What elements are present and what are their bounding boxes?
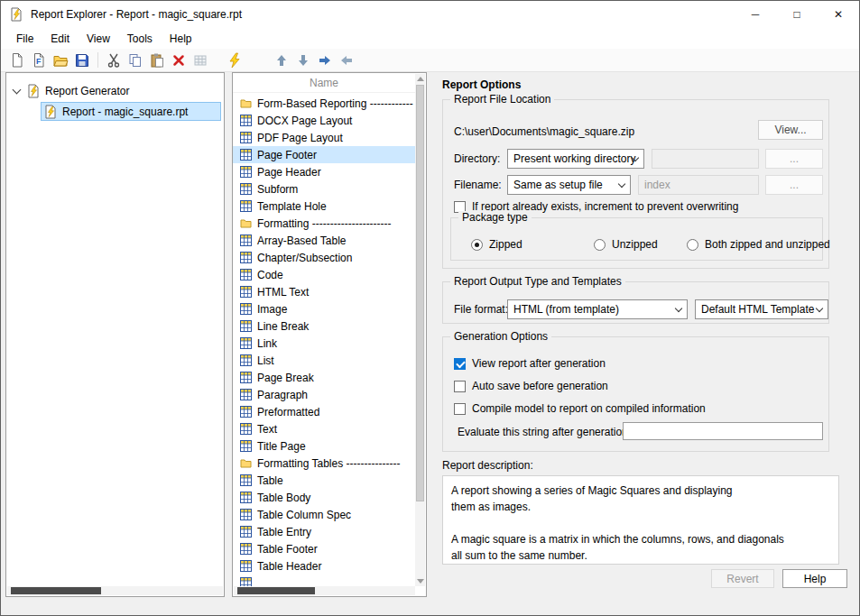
move-up-button[interactable] xyxy=(271,51,292,70)
list-item[interactable]: Preformatted xyxy=(233,403,415,420)
list-item[interactable]: Table Entry xyxy=(233,523,415,540)
evaluate-input[interactable] xyxy=(623,422,823,440)
checkbox[interactable] xyxy=(454,358,466,370)
list-item[interactable] xyxy=(233,575,415,586)
scroll-up-arrow-icon[interactable] xyxy=(417,77,424,81)
list-item[interactable]: Title Page xyxy=(233,437,415,455)
scrollbar-thumb[interactable] xyxy=(416,85,424,501)
list-item[interactable]: Page Header xyxy=(233,163,415,180)
generation-checkbox-option[interactable]: Auto save before generation xyxy=(454,380,608,392)
list-item[interactable]: Table Footer xyxy=(233,540,415,557)
list-item[interactable]: Table Body xyxy=(233,489,415,506)
list-item[interactable]: HTML Text xyxy=(233,283,415,300)
file-format-value: HTML (from template) xyxy=(513,303,619,316)
delete-button[interactable] xyxy=(168,51,190,70)
generation-checkbox-option[interactable]: Compile model to report on compiled info… xyxy=(454,402,706,415)
list-item-label: Template Hole xyxy=(257,200,327,213)
list-item[interactable]: Image xyxy=(233,300,415,317)
list-item[interactable]: Text xyxy=(233,420,415,437)
radio-button[interactable] xyxy=(471,239,483,251)
template-select[interactable]: Default HTML Template xyxy=(695,299,828,319)
checkbox[interactable] xyxy=(454,381,466,392)
list-item[interactable]: Table Column Spec xyxy=(233,506,415,523)
radio-button[interactable] xyxy=(687,239,698,251)
list-item[interactable]: Formatting ---------------------- xyxy=(233,215,415,232)
list-item[interactable]: Line Break xyxy=(233,317,415,335)
delete-x-icon xyxy=(171,52,187,69)
list-item[interactable]: Array-Based Table xyxy=(233,232,415,249)
component-list: Form-Based Reporting ------------ DOCX P… xyxy=(233,95,415,586)
move-down-button[interactable] xyxy=(292,51,314,70)
tree-item-report-selected[interactable]: Report - magic_square.rpt xyxy=(41,102,221,121)
list-item[interactable]: Subform xyxy=(233,180,415,198)
tree-horizontal-scrollbar[interactable] xyxy=(7,586,223,595)
generate-report-button[interactable] xyxy=(224,51,245,70)
list-item[interactable]: Page Break xyxy=(233,369,415,386)
list-item-label: Array-Based Table xyxy=(257,234,347,247)
page-title: Report Options xyxy=(442,78,521,91)
list-item[interactable]: DOCX Page Layout xyxy=(233,112,415,129)
list-vertical-scrollbar[interactable] xyxy=(415,74,425,586)
list-item[interactable]: Table xyxy=(233,472,415,489)
menu-item[interactable]: Edit xyxy=(42,31,79,47)
toolbar: F xyxy=(1,49,859,72)
package-radio-option[interactable]: Zipped xyxy=(471,238,522,251)
filename-select[interactable]: Same as setup file xyxy=(507,175,631,195)
close-button[interactable]: ✕ xyxy=(818,1,859,28)
list-item-label: Formatting ---------------------- xyxy=(257,217,392,230)
directory-browse-button[interactable]: ... xyxy=(765,149,823,169)
copy-button[interactable] xyxy=(125,51,146,70)
open-button[interactable] xyxy=(50,51,71,70)
directory-label: Directory: xyxy=(454,152,500,165)
generation-checkbox-option[interactable]: View report after generation xyxy=(454,357,606,370)
grid-button[interactable] xyxy=(190,51,211,70)
list-item[interactable]: Page Footer xyxy=(233,146,415,163)
maximize-button[interactable]: □ xyxy=(776,1,818,28)
minimize-button[interactable]: ─ xyxy=(735,1,776,28)
tree-root-item[interactable]: Report Generator xyxy=(12,82,129,100)
filename-browse-button[interactable]: ... xyxy=(765,175,823,195)
list-item[interactable]: Table Header xyxy=(233,557,415,575)
description-label: Report description: xyxy=(442,459,533,472)
list-item[interactable]: Chapter/Subsection xyxy=(233,249,415,266)
list-item[interactable]: Formatting Tables --------------- xyxy=(233,455,415,472)
radio-button[interactable] xyxy=(594,239,606,251)
scrollbar-thumb[interactable] xyxy=(11,587,101,594)
list-item[interactable]: Template Hole xyxy=(233,198,415,215)
list-item[interactable]: PDF Page Layout xyxy=(233,129,415,146)
revert-button[interactable]: Revert xyxy=(711,569,774,588)
expand-chevron-icon[interactable] xyxy=(13,85,22,94)
scroll-down-arrow-icon[interactable] xyxy=(417,579,424,584)
list-item[interactable]: List xyxy=(233,352,415,369)
package-radio-option[interactable]: Unzipped xyxy=(594,238,658,251)
save-button[interactable] xyxy=(71,51,93,70)
description-textarea[interactable]: A report showing a series of Magic Squar… xyxy=(442,475,839,565)
directory-select[interactable]: Present working directory xyxy=(507,149,644,169)
file-format-select[interactable]: HTML (from template) xyxy=(507,299,688,319)
scrollbar-thumb[interactable] xyxy=(237,587,315,594)
tree-item-label: Report - magic_square.rpt xyxy=(62,106,188,118)
menu-item[interactable]: Help xyxy=(162,31,201,47)
forward-button[interactable] xyxy=(314,51,336,70)
list-item[interactable]: Paragraph xyxy=(233,386,415,403)
list-item[interactable]: Link xyxy=(233,335,415,352)
help-button[interactable]: Help xyxy=(782,569,847,588)
menu-item[interactable]: Tools xyxy=(119,31,162,47)
list-horizontal-scrollbar[interactable] xyxy=(234,586,415,595)
cut-button[interactable] xyxy=(103,51,125,70)
checkbox[interactable] xyxy=(454,403,466,415)
new-form-report-button[interactable]: F xyxy=(28,51,50,70)
back-button[interactable] xyxy=(336,51,357,70)
menu-item[interactable]: View xyxy=(79,31,119,47)
list-item-label: List xyxy=(257,354,274,367)
group-legend: Generation Options xyxy=(450,330,551,343)
list-item[interactable]: Code xyxy=(233,266,415,283)
new-report-button[interactable] xyxy=(6,51,28,70)
menu-item[interactable]: File xyxy=(8,31,42,47)
paste-button[interactable] xyxy=(146,51,168,70)
view-button[interactable]: View... xyxy=(758,120,823,140)
list-column-header[interactable]: Name xyxy=(233,73,415,93)
save-icon xyxy=(74,52,90,69)
package-radio-option[interactable]: Both zipped and unzipped xyxy=(687,238,830,251)
list-item[interactable]: Form-Based Reporting ------------ xyxy=(233,95,415,112)
